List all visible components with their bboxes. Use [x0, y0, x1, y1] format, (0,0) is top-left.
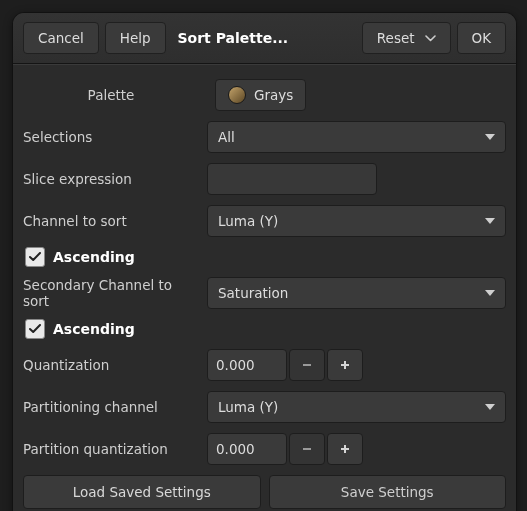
check-icon — [29, 324, 41, 334]
ascending-checkbox[interactable] — [25, 247, 45, 267]
partition-channel-select[interactable]: Luma (Y) — [207, 391, 506, 423]
channel-value: Luma (Y) — [218, 213, 278, 229]
triangle-down-icon — [485, 404, 495, 410]
channel-select[interactable]: Luma (Y) — [207, 205, 506, 237]
triangle-down-icon — [485, 290, 495, 296]
quantization-label: Quantization — [23, 357, 207, 373]
plus-icon — [339, 359, 351, 371]
minus-icon — [301, 443, 313, 455]
selections-value: All — [218, 129, 235, 145]
triangle-down-icon — [485, 218, 495, 224]
selections-select[interactable]: All — [207, 121, 506, 153]
partition-channel-value: Luma (Y) — [218, 399, 278, 415]
quantization-minus-button[interactable] — [289, 349, 325, 381]
plus-icon — [339, 443, 351, 455]
cancel-button[interactable]: Cancel — [23, 22, 99, 54]
quantization-input[interactable]: 0.000 — [207, 349, 287, 381]
channel-label: Channel to sort — [23, 213, 207, 229]
palette-label: Palette — [23, 87, 215, 103]
check-icon — [29, 252, 41, 262]
title-bar: Cancel Help Sort Palette... Reset OK — [13, 13, 516, 64]
reset-button[interactable]: Reset — [362, 22, 451, 54]
dialog-body: Palette Grays Selections All Slice e — [13, 64, 516, 511]
ascending2-label: Ascending — [53, 321, 135, 337]
secondary-channel-select[interactable]: Saturation — [207, 277, 506, 309]
secondary-channel-label: Secondary Channel to sort — [23, 277, 207, 309]
svg-rect-2 — [344, 361, 346, 369]
palette-chip[interactable]: Grays — [215, 79, 306, 111]
secondary-channel-value: Saturation — [218, 285, 288, 301]
partition-quantization-input[interactable]: 0.000 — [207, 433, 287, 465]
slice-label: Slice expression — [23, 171, 207, 187]
ok-button[interactable]: OK — [457, 22, 506, 54]
ascending-label: Ascending — [53, 249, 135, 265]
partition-channel-label: Partitioning channel — [23, 399, 207, 415]
partition-quantization-plus-button[interactable] — [327, 433, 363, 465]
partition-quantization-minus-button[interactable] — [289, 433, 325, 465]
slice-expression-input[interactable] — [207, 163, 377, 195]
chevron-down-icon — [425, 35, 436, 42]
svg-rect-3 — [303, 448, 311, 450]
ascending2-checkbox[interactable] — [25, 319, 45, 339]
quantization-plus-button[interactable] — [327, 349, 363, 381]
partition-quantization-label: Partition quantization — [23, 441, 207, 457]
selections-label: Selections — [23, 129, 207, 145]
triangle-down-icon — [485, 134, 495, 140]
palette-icon — [228, 86, 246, 104]
dialog-window: Cancel Help Sort Palette... Reset OK Pal… — [12, 12, 517, 511]
svg-rect-5 — [344, 445, 346, 453]
reset-label: Reset — [377, 30, 415, 46]
dialog-title: Sort Palette... — [172, 30, 356, 46]
help-button[interactable]: Help — [105, 22, 166, 54]
palette-name: Grays — [254, 87, 293, 103]
load-settings-button[interactable]: Load Saved Settings — [23, 475, 261, 509]
minus-icon — [301, 359, 313, 371]
svg-rect-0 — [303, 364, 311, 366]
save-settings-button[interactable]: Save Settings — [269, 475, 507, 509]
